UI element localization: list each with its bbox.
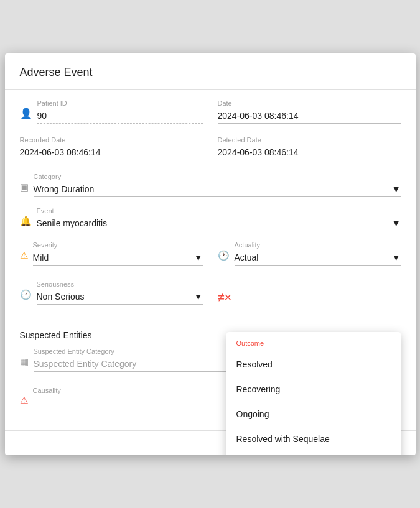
actuality-dropdown[interactable]: Actual ▼: [235, 250, 401, 266]
category-value: Wrong Duration: [34, 184, 95, 194]
seriousness-value: Non Serious: [37, 292, 85, 302]
dialog-body: Patient ID 90 Date 2024-06-03 08:46:14 R…: [5, 90, 416, 430]
category-field: Category Wrong Duration ▼: [20, 173, 401, 197]
severity-field: Severity Mild ▼: [20, 241, 203, 266]
actuality-arrow-icon: ▼: [392, 252, 401, 262]
actuality-value: Actual: [235, 252, 259, 262]
row-recorded-detected: Recorded Date 2024-06-03 08:46:14 Detect…: [20, 136, 401, 170]
category-label: Category: [34, 173, 401, 180]
category-arrow-icon: ▼: [392, 184, 401, 194]
category-dropdown[interactable]: Wrong Duration ▼: [34, 182, 401, 197]
dialog-header: Adverse Event: [5, 53, 416, 90]
detected-date-label: Detected Date: [218, 136, 401, 144]
outcome-item-recovering[interactable]: Recovering: [226, 377, 401, 402]
severity-arrow-icon: ▼: [194, 252, 203, 262]
outcome-trigger-icon[interactable]: ≠×: [218, 290, 232, 305]
outcome-item-resolved[interactable]: Resolved: [226, 352, 401, 377]
suspected-entity-value: Suspected Entity Category: [34, 359, 137, 369]
patient-id-value[interactable]: 90: [37, 108, 203, 124]
category-icon: [20, 180, 29, 197]
actuality-icon: [218, 249, 230, 266]
recorded-date-field: Recorded Date 2024-06-03 08:46:14: [20, 136, 203, 160]
severity-value: Mild: [33, 252, 49, 262]
patient-id-field: Patient ID 90: [20, 99, 203, 124]
person-icon: [20, 107, 32, 124]
outcome-label: Outcome: [226, 337, 401, 352]
date-field: Date 2024-06-03 08:46:14: [218, 99, 401, 124]
outcome-trigger-field: ≠×: [218, 278, 401, 305]
severity-icon: [20, 249, 28, 266]
event-dropdown[interactable]: Senile myocarditis ▼: [37, 216, 401, 231]
seriousness-arrow-icon: ▼: [194, 292, 203, 302]
dialog-title: Adverse Event: [20, 66, 401, 79]
severity-dropdown[interactable]: Mild ▼: [33, 250, 203, 266]
row-patient-date: Patient ID 90 Date 2024-06-03 08:46:14: [20, 99, 401, 134]
detected-date-field: Detected Date 2024-06-03 08:46:14: [218, 136, 401, 160]
row-seriousness-outcome: Seriousness Non Serious ▼ ≠×: [20, 278, 401, 315]
seriousness-label: Seriousness: [37, 280, 203, 288]
row-severity-actuality: Severity Mild ▼ Actuality Actual ▼: [20, 241, 401, 275]
seriousness-icon: [20, 288, 32, 305]
actuality-field: Actuality Actual ▼: [218, 241, 401, 266]
event-value: Senile myocarditis: [37, 218, 108, 228]
severity-label: Severity: [33, 241, 203, 249]
event-icon: [20, 215, 32, 231]
event-field: Event Senile myocarditis ▼: [20, 207, 401, 231]
detected-date-value[interactable]: 2024-06-03 08:46:14: [218, 145, 401, 160]
adverse-event-dialog: Adverse Event Patient ID 90 Date 2024-06…: [5, 53, 416, 455]
divider-suspected: [20, 320, 401, 320]
causality-icon: [20, 394, 28, 410]
event-label: Event: [37, 207, 401, 215]
outcome-dropdown: Outcome Resolved Recovering Ongoing Reso…: [226, 332, 401, 455]
seriousness-dropdown[interactable]: Non Serious ▼: [37, 289, 203, 305]
seriousness-field: Seriousness Non Serious ▼: [20, 278, 203, 305]
actuality-label: Actuality: [235, 241, 401, 249]
date-value[interactable]: 2024-06-03 08:46:14: [218, 108, 401, 124]
date-label: Date: [218, 99, 401, 107]
recorded-date-label: Recorded Date: [20, 136, 203, 144]
suspected-icon: [20, 355, 29, 372]
outcome-item-resolved-sequelae[interactable]: Resolved with Sequelae: [226, 427, 401, 451]
event-arrow-icon: ▼: [392, 218, 401, 228]
patient-id-label: Patient ID: [37, 99, 203, 107]
outcome-item-ongoing[interactable]: Ongoing: [226, 402, 401, 427]
recorded-date-value[interactable]: 2024-06-03 08:46:14: [20, 145, 203, 160]
outcome-item-fatal[interactable]: Fatal: [226, 451, 401, 455]
